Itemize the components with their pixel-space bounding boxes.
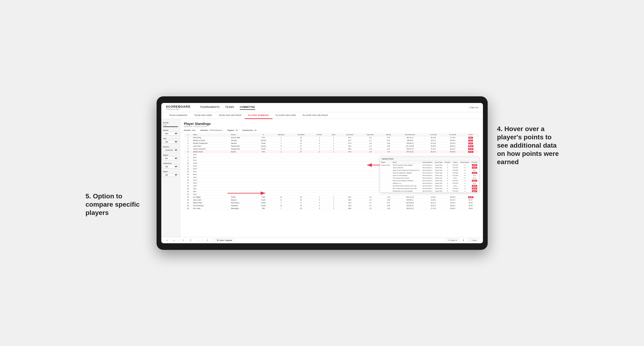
td-points[interactable]: 88.2 bbox=[462, 136, 479, 139]
tab-team-summary[interactable]: TEAM SUMMARY bbox=[166, 112, 191, 119]
nav-tournaments[interactable]: TOURNAMENTS bbox=[200, 105, 220, 110]
td-vs25: 27-10-2 bbox=[424, 147, 443, 150]
filter-year-select[interactable]: (All) bbox=[163, 140, 178, 144]
td-yr: Fourth bbox=[256, 201, 272, 204]
td-adj-score: 68.7 bbox=[340, 195, 360, 198]
td-vs25: 28-12-7 bbox=[424, 150, 443, 153]
filter-item-region: Region: All bbox=[228, 129, 238, 131]
tooltip-header: Jackson Koivu bbox=[380, 157, 479, 161]
tt-rounds: 3 bbox=[444, 179, 452, 182]
td-school: Washington bbox=[230, 207, 255, 210]
td-record: 440-26-6 bbox=[396, 139, 424, 142]
table-row[interactable]: 22 Ian Gilligan Florida Third 10 24 1 1 … bbox=[184, 195, 479, 198]
nav-teams[interactable]: TEAMS bbox=[226, 105, 234, 110]
points-badge[interactable]: 60.68 bbox=[468, 196, 474, 198]
undo-btn[interactable]: ↩ bbox=[165, 239, 170, 242]
tt-event: SEC Stroke Play hosted by Jerry Pate bbox=[392, 187, 421, 190]
nav-committee[interactable]: COMMITTEE bbox=[240, 105, 255, 110]
td-points[interactable]: 80.09 bbox=[462, 147, 479, 150]
td-adj-score: 68.2 bbox=[340, 145, 360, 147]
tab-player-summary[interactable]: PLAYER SUMMARY bbox=[245, 112, 272, 119]
clock-btn[interactable]: ⏱ bbox=[205, 239, 210, 242]
tt-status: PLAYED bbox=[452, 172, 460, 174]
filter-gender-label: Gender bbox=[163, 129, 178, 131]
th-wins: Wins bbox=[328, 133, 340, 136]
options-btn[interactable]: ⋯ bbox=[195, 239, 200, 242]
tablet-screen: SCOREBOARD Powered by clippd TOURNAMENTS… bbox=[161, 103, 483, 243]
td-conf-rank: 21 bbox=[291, 147, 311, 150]
points-badge[interactable]: 68.18 bbox=[468, 151, 474, 153]
table-row[interactable]: 4 Luke Claton Florida State Second 5 27 … bbox=[184, 145, 479, 147]
td-points[interactable]: 68.18 bbox=[462, 150, 479, 153]
tt-event: Tiger Invitational bbox=[392, 166, 421, 169]
td-points[interactable]: 60.27 bbox=[462, 198, 479, 201]
points-badge[interactable]: 76.2 bbox=[468, 140, 473, 142]
td-avg-sg: 1.98 bbox=[380, 145, 396, 147]
sign-out[interactable]: | Sign out bbox=[469, 106, 478, 109]
filter-gender-select[interactable]: Men Women bbox=[163, 132, 178, 135]
table-row[interactable]: 6 Jackson Koivu Auburn First 2 27 2 1 67… bbox=[184, 150, 479, 153]
filter-player-select[interactable]: (All) bbox=[163, 173, 178, 177]
points-badge[interactable]: 88.2 bbox=[468, 137, 473, 139]
table-row[interactable]: 26 Petr Hruby Washington Fifth 7 23 0 1 … bbox=[184, 207, 479, 210]
filter-division-select[interactable]: NCAA Division I bbox=[163, 148, 178, 152]
paste-btn[interactable]: 📋 bbox=[188, 239, 193, 242]
tt-division: NCAA Division I bbox=[421, 179, 434, 182]
tt-division: NCAA Division I bbox=[421, 187, 434, 190]
tth-status: Status bbox=[452, 161, 460, 164]
main-content: No Rds. 6 52 Gender Men bbox=[161, 119, 483, 237]
table-row[interactable]: 23 Jack Lundin Missouri Fourth 11 24 0 1… bbox=[184, 198, 479, 201]
td-points[interactable]: 60.02 bbox=[462, 201, 479, 204]
table-row[interactable]: 25 Cole Sherwood Vanderbilt Fourth 12 23… bbox=[184, 204, 479, 207]
table-row[interactable]: 7 Nichi bbox=[184, 153, 479, 156]
table-row[interactable]: 24 Bastien Amat New Mexico Fourth 1 27 2… bbox=[184, 201, 479, 204]
td-points[interactable]: 76.2 bbox=[462, 139, 479, 142]
td-vs50: 29-38-2 bbox=[443, 195, 462, 198]
tt-rounds: 3 bbox=[444, 164, 452, 166]
table-row[interactable]: 21 Tachi bbox=[184, 193, 479, 195]
td-school: Arizona State bbox=[230, 136, 255, 139]
td-points[interactable]: 60.68 bbox=[462, 195, 479, 198]
table-row[interactable]: 2 Michael La Sasso Ole Miss Second 1 18 … bbox=[184, 139, 479, 142]
tab-team-h2h-heatmap[interactable]: TEAM H2H HEATMAP bbox=[215, 112, 245, 119]
table-row[interactable]: 5 Christo Lamprecht Georgia Tech Fourth … bbox=[184, 147, 479, 150]
copy-btn[interactable]: ⎘ bbox=[182, 239, 186, 242]
td-yr: Fifth bbox=[256, 207, 272, 210]
td-avg-par: -2.6 bbox=[360, 142, 380, 145]
table-row[interactable]: 3 Michael Thorbjornsen Stanford Fourth 1… bbox=[184, 142, 479, 145]
filter-region-select[interactable]: N/A bbox=[163, 157, 178, 160]
slider-track[interactable] bbox=[163, 126, 178, 127]
td-avg-par: -0.8 bbox=[360, 195, 380, 198]
tt-type: Stroke Play bbox=[434, 190, 444, 192]
tab-player-h2h-heatmap[interactable]: PLAYER H2H HEATMAP bbox=[300, 112, 332, 119]
table-row[interactable]: 1 Wenyi Ding Arizona State First 1 15 1 … bbox=[184, 136, 479, 139]
tab-team-h2h-grid[interactable]: TEAM H2H GRID bbox=[191, 112, 215, 119]
tt-rank-impact: +1 bbox=[459, 164, 470, 166]
td-vs25: 24-35-3 bbox=[424, 145, 443, 147]
points-badge[interactable]: 88.94 bbox=[468, 145, 474, 147]
watch-btn[interactable]: 👁 Watch ▾ bbox=[446, 239, 460, 242]
td-wins: 2 bbox=[328, 147, 340, 150]
td-player: Michael La Sasso bbox=[192, 139, 230, 142]
toolbar-right: 👁 Watch ▾ ⬇ ↗ Share bbox=[446, 239, 479, 242]
td-points[interactable]: 88.94 bbox=[462, 145, 479, 147]
td-points[interactable]: 59.95 bbox=[462, 204, 479, 207]
tab-player-h2h-grid[interactable]: PLAYER H2H GRID bbox=[272, 112, 300, 119]
filter-conference-select[interactable]: (All) bbox=[163, 165, 178, 169]
share-btn[interactable]: ↗ Share bbox=[468, 239, 479, 242]
td-num: 8 bbox=[184, 156, 192, 159]
filter-region: Region N/A bbox=[163, 154, 178, 160]
points-badge[interactable]: 79.2 bbox=[468, 142, 473, 144]
view-original-btn[interactable]: ⊡ View: Original bbox=[215, 239, 234, 242]
td-points[interactable]: 79.2 bbox=[462, 142, 479, 145]
download-btn[interactable]: ⬇ bbox=[461, 239, 466, 242]
points-badge[interactable]: 80.09 bbox=[468, 148, 474, 150]
tt-player: Jackson Koivu bbox=[380, 164, 392, 166]
td-school: Georgia Tech bbox=[230, 147, 255, 150]
td-school: Florida bbox=[230, 195, 255, 198]
redo-btn[interactable]: ↪ bbox=[172, 239, 176, 242]
panel-title-block: Player Standings Update time: 27/01/2024… bbox=[184, 122, 211, 127]
td-points[interactable]: 58.49 bbox=[462, 207, 479, 210]
td-no-rds: 2 bbox=[311, 147, 328, 150]
td-school: Ole Miss bbox=[230, 139, 255, 142]
